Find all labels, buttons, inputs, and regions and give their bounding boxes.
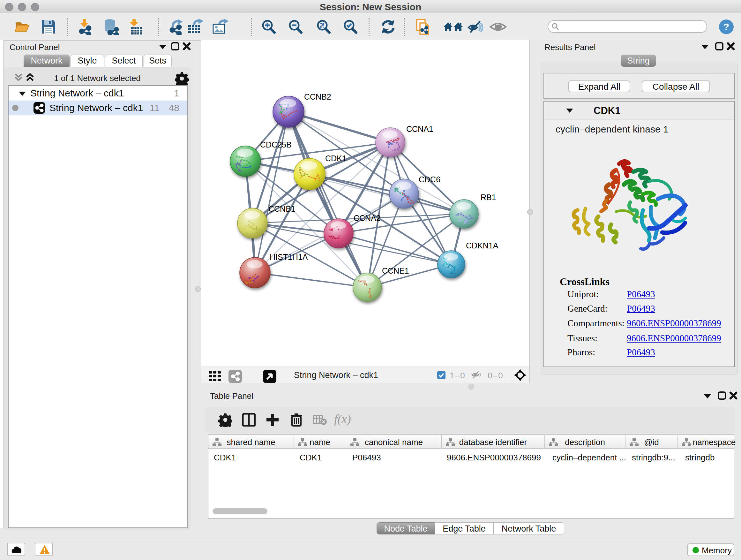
svg-text:CCNE1: CCNE1 [382,266,409,275]
svg-text:CDC6: CDC6 [419,175,441,184]
svg-text:RB1: RB1 [481,193,496,202]
svg-text:CCNB2: CCNB2 [304,92,331,101]
svg-text:CDC25B: CDC25B [260,140,292,149]
svg-text:CCNA1: CCNA1 [406,125,433,133]
svg-text:CDKN1A: CDKN1A [466,241,498,250]
svg-text:?: ? [724,21,729,32]
svg-text:HIST1H1A: HIST1H1A [270,253,308,261]
svg-text:CCNA2: CCNA2 [354,213,381,223]
svg-text:CCNB1: CCNB1 [268,204,295,213]
svg-text:CDK1: CDK1 [325,154,347,163]
